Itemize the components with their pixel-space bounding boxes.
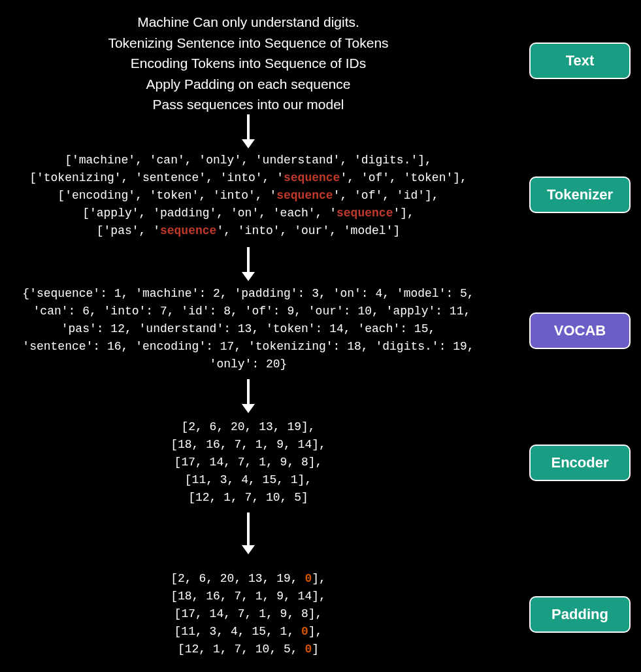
label-padding: Padding (529, 596, 631, 633)
label-encoder-caption: Encoder (551, 454, 608, 471)
label-padding-caption: Padding (551, 606, 608, 623)
arrow-1 (242, 114, 255, 148)
label-vocab: VOCAB (529, 312, 631, 349)
stage-padding: [2, 6, 20, 13, 19, 0],[18, 16, 7, 1, 9, … (0, 570, 497, 658)
label-tokenizer: Tokenizer (529, 176, 631, 213)
arrow-2 (242, 247, 255, 281)
stage-vocab: {'sequence': 1, 'machine': 2, 'padding':… (0, 285, 497, 373)
stage-encoder: [2, 6, 20, 13, 19],[18, 16, 7, 1, 9, 14]… (0, 418, 497, 507)
stage-tokenizer: ['machine', 'can', 'only', 'understand',… (0, 152, 497, 240)
stage-text: Machine Can only understand digits.Token… (0, 12, 497, 115)
label-tokenizer-caption: Tokenizer (547, 186, 613, 203)
padding-content: [2, 6, 20, 13, 19, 0],[18, 16, 7, 1, 9, … (0, 570, 497, 658)
tokenizer-content: ['machine', 'can', 'only', 'understand',… (0, 152, 497, 240)
label-text-caption: Text (566, 52, 595, 69)
arrow-4 (242, 512, 255, 554)
arrow-3 (242, 379, 255, 413)
vocab-content: {'sequence': 1, 'machine': 2, 'padding':… (0, 285, 497, 373)
label-vocab-caption: VOCAB (554, 322, 606, 339)
text-content: Machine Can only understand digits.Token… (0, 12, 497, 115)
encoder-content: [2, 6, 20, 13, 19],[18, 16, 7, 1, 9, 14]… (0, 418, 497, 507)
label-text: Text (529, 42, 631, 79)
label-encoder: Encoder (529, 445, 631, 481)
